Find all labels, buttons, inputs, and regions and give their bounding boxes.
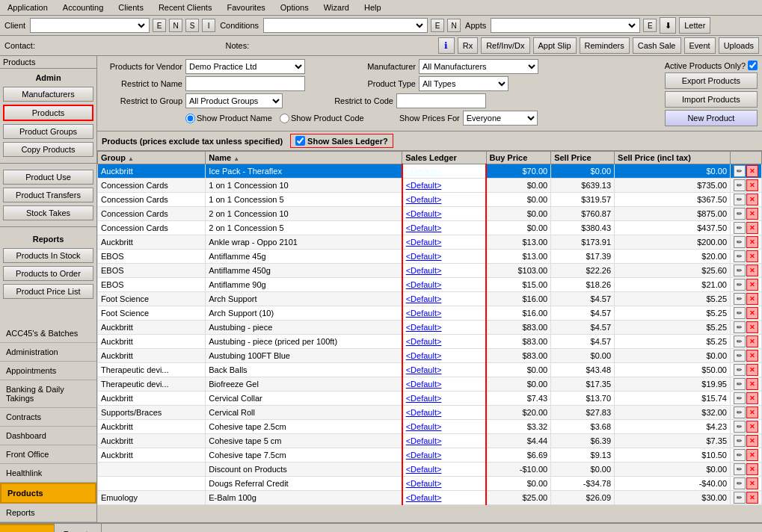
table-row[interactable]: AuckbrittIce Pack - Theraflex<Default>$7… [98, 164, 762, 179]
conditions-combo[interactable] [263, 18, 428, 33]
sidebar-nav-reports2[interactable]: Reports [0, 504, 96, 522]
table-row[interactable]: AuckbrittCohesive tape 5 cm<Default>$4.4… [98, 434, 762, 448]
edit-btn[interactable]: ✏ [734, 392, 746, 404]
conditions-e-btn[interactable]: E [431, 19, 444, 32]
delete-btn[interactable]: ✕ [746, 463, 758, 475]
edit-btn[interactable]: ✏ [734, 435, 746, 447]
sidebar-nav-appointments[interactable]: Appointments [0, 362, 96, 380]
table-row[interactable]: Foot ScienceArch Support (10)<Default>$1… [98, 306, 762, 321]
info-icon-btn[interactable]: ℹ [438, 37, 455, 54]
delete-btn[interactable]: ✕ [746, 335, 758, 347]
reminders-btn[interactable]: Reminders [580, 37, 630, 54]
delete-btn[interactable]: ✕ [746, 279, 758, 291]
menu-favourites[interactable]: Favourites [222, 1, 269, 13]
delete-btn[interactable]: ✕ [746, 179, 758, 191]
product-type-select[interactable]: All Types [419, 76, 508, 91]
table-row[interactable]: Concession Cards1 on 1 Concession 5<Defa… [98, 193, 762, 207]
menu-recent-clients[interactable]: Recent Clients [154, 1, 217, 13]
delete-btn[interactable]: ✕ [746, 378, 758, 390]
delete-btn[interactable]: ✕ [746, 165, 758, 177]
appts-e-btn[interactable]: E [643, 19, 657, 32]
delete-btn[interactable]: ✕ [746, 492, 758, 504]
product-price-list-btn[interactable]: Product Price List [3, 284, 93, 299]
delete-btn[interactable]: ✕ [746, 265, 758, 276]
delete-btn[interactable]: ✕ [746, 194, 758, 205]
export-products-btn[interactable]: Export Products [665, 72, 758, 89]
new-product-btn[interactable]: New Product [665, 110, 758, 126]
restrict-name-input[interactable] [185, 76, 305, 91]
stock-takes-btn[interactable]: Stock Takes [3, 205, 93, 220]
client-s-btn[interactable]: S [185, 19, 199, 32]
edit-btn[interactable]: ✏ [734, 293, 746, 305]
delete-btn[interactable]: ✕ [746, 250, 758, 262]
sidebar-nav-administration[interactable]: Administration [0, 343, 96, 362]
table-row[interactable]: Foot ScienceArch Support<Default>$16.00$… [98, 292, 762, 306]
delete-btn[interactable]: ✕ [746, 364, 758, 376]
edit-btn[interactable]: ✏ [734, 208, 746, 220]
table-row[interactable]: EBOSAntiflamme 450g<Default>$103.00$22.2… [98, 264, 762, 278]
event-btn[interactable]: Event [684, 37, 716, 54]
conditions-n-btn[interactable]: N [447, 19, 461, 32]
table-row[interactable]: AuckbrittCervical Collar<Default>$7.43$1… [98, 392, 762, 406]
show-name-radio-label[interactable]: Show Product Name [185, 114, 272, 123]
products-table-wrapper[interactable]: Group ▲ Name ▲ Sales Ledger Buy Price Se… [97, 151, 762, 522]
show-code-radio[interactable] [280, 114, 289, 123]
delete-btn[interactable]: ✕ [746, 321, 758, 333]
edit-btn[interactable]: ✏ [734, 492, 746, 504]
show-code-radio-label[interactable]: Show Product Code [280, 114, 364, 123]
menu-options[interactable]: Options [276, 1, 313, 13]
appt-slip-btn[interactable]: Appt Slip [533, 37, 577, 54]
edit-btn[interactable]: ✏ [734, 179, 746, 191]
show-prices-select[interactable]: Everyone [463, 111, 538, 126]
edit-btn[interactable]: ✏ [734, 321, 746, 333]
table-row[interactable]: Therapeutic devi...Back Balls<Default>$0… [98, 363, 762, 377]
manufacturer-select[interactable]: All Manufacturers [419, 59, 538, 74]
delete-btn[interactable]: ✕ [746, 406, 758, 418]
edit-btn[interactable]: ✏ [734, 449, 746, 461]
delete-btn[interactable]: ✕ [746, 421, 758, 433]
delete-btn[interactable]: ✕ [746, 477, 758, 489]
delete-btn[interactable]: ✕ [746, 222, 758, 234]
edit-btn[interactable]: ✏ [734, 364, 746, 376]
sidebar-nav-products[interactable]: Products [0, 483, 96, 504]
sidebar-nav-contracts[interactable]: Contracts [0, 408, 96, 427]
copy-products-btn[interactable]: Copy Products [3, 142, 93, 157]
edit-btn[interactable]: ✏ [734, 350, 746, 362]
edit-btn[interactable]: ✏ [734, 463, 746, 475]
table-row[interactable]: AuckbrittAustubing - piece (priced per 1… [98, 335, 762, 349]
table-row[interactable]: AuckbrittAustubing 100FT Blue<Default>$8… [98, 349, 762, 363]
delete-btn[interactable]: ✕ [746, 449, 758, 461]
edit-btn[interactable]: ✏ [734, 378, 746, 390]
product-transfers-btn[interactable]: Product Transfers [3, 188, 93, 202]
product-use-btn[interactable]: Product Use [3, 170, 93, 185]
cash-sale-btn[interactable]: Cash Sale [633, 37, 681, 54]
manufacturers-btn[interactable]: Manufacturers [3, 87, 93, 102]
delete-btn[interactable]: ✕ [746, 350, 758, 362]
table-row[interactable]: AuckbrittAustubing - piece<Default>$83.0… [98, 321, 762, 335]
table-row[interactable]: Concession Cards2 on 1 Concession 5<Defa… [98, 221, 762, 235]
menu-wizard[interactable]: Wizard [319, 1, 354, 13]
menu-application[interactable]: Application [3, 1, 52, 13]
bottom-nav-reports[interactable]: Reports [55, 524, 102, 532]
show-ledger-checkbox[interactable] [295, 136, 305, 146]
edit-btn[interactable]: ✏ [734, 222, 746, 234]
restrict-code-input[interactable] [396, 93, 486, 108]
ref-btn[interactable]: Ref/Inv/Dx [481, 37, 529, 54]
edit-btn[interactable]: ✏ [734, 406, 746, 418]
delete-btn[interactable]: ✕ [746, 307, 758, 319]
table-row[interactable]: Therapeutic devi...Biofreeze Gel<Default… [98, 377, 762, 392]
uploads-btn[interactable]: Uploads [719, 37, 759, 54]
bottom-nav-products[interactable]: Products [0, 524, 55, 532]
delete-btn[interactable]: ✕ [746, 208, 758, 220]
edit-btn[interactable]: ✏ [734, 194, 746, 205]
client-i-btn[interactable]: I [202, 19, 215, 32]
edit-btn[interactable]: ✏ [734, 421, 746, 433]
table-row[interactable]: Concession Cards2 on 1 Concession 10<Def… [98, 207, 762, 221]
appts-combo[interactable] [491, 18, 640, 33]
table-row[interactable]: EmuologyE-Balm 100g<Default>$25.00$26.09… [98, 491, 762, 505]
products-to-order-btn[interactable]: Products to Order [3, 266, 93, 281]
edit-btn[interactable]: ✏ [734, 165, 746, 177]
table-row[interactable]: AuckbrittCohesive tape 7.5cm<Default>$6.… [98, 448, 762, 463]
appts-select[interactable] [493, 20, 638, 31]
delete-btn[interactable]: ✕ [746, 293, 758, 305]
